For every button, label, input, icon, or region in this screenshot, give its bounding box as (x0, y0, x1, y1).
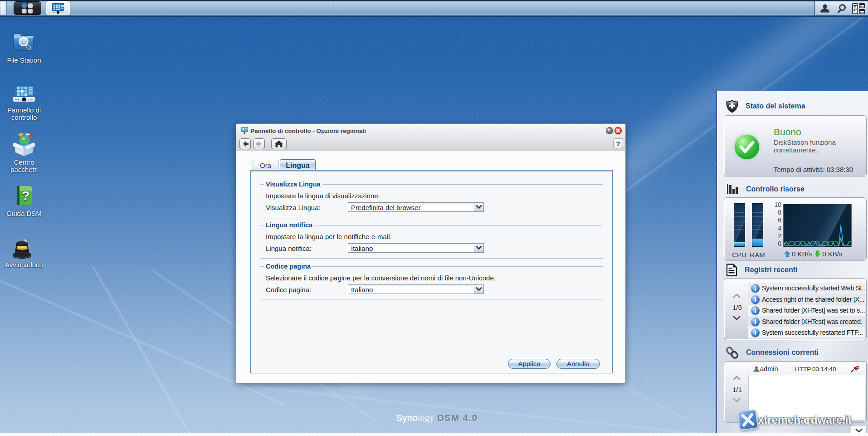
svg-text:?: ? (21, 189, 29, 203)
